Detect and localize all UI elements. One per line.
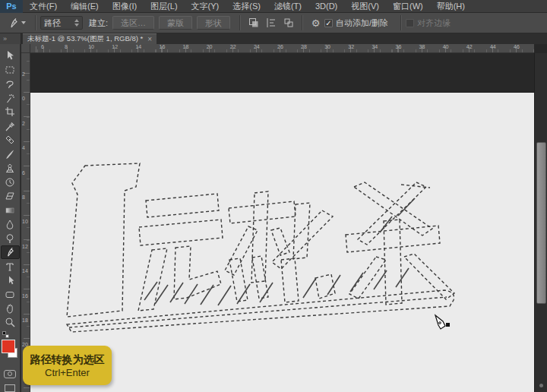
make-label: 建立: <box>89 17 108 29</box>
menu-item[interactable]: 图像(I) <box>106 0 144 13</box>
separator <box>239 15 240 30</box>
ruler-number: 42 <box>466 44 473 49</box>
separator <box>302 15 302 30</box>
ants-swoosh-mid <box>69 297 447 327</box>
ants-sha-leg-left <box>349 257 386 299</box>
ruler-number: 36 <box>396 44 402 49</box>
ruler-number: 16 <box>22 293 28 299</box>
ants-sha-tip <box>401 185 430 188</box>
align-edges-checkbox[interactable] <box>406 19 414 27</box>
dodge-icon <box>5 233 15 244</box>
horizontal-ruler: 6810121416182022242628303234363840424446… <box>30 44 534 53</box>
menu-item[interactable]: 文件(F) <box>23 0 64 13</box>
ants-miao-shao-stem <box>293 203 310 259</box>
ruler-corner <box>21 44 30 53</box>
scrollbar-thumb[interactable] <box>536 142 546 304</box>
ruler-number: 18 <box>183 44 189 49</box>
document-tab[interactable]: 未标题-1 @ 53.7%(图层 1, RGB/8) * × <box>23 33 157 44</box>
menu-item[interactable]: 帮助(H) <box>430 0 472 13</box>
tooltip-text: 路径转换为选区 <box>30 352 105 366</box>
tool-mode-select[interactable]: 路径 <box>40 16 83 30</box>
vertical-ruler: 202468101214161820 <box>21 53 30 392</box>
make-shape-button[interactable]: 形状 <box>197 16 230 30</box>
clone-stamp-tool[interactable] <box>1 161 20 175</box>
ruler-number: 12 <box>22 244 28 249</box>
ruler-number: 10 <box>88 44 94 49</box>
gear-icon[interactable]: ⚙ <box>309 17 322 30</box>
tool-preset-picker[interactable] <box>0 17 30 29</box>
ants-miao-dot <box>271 228 289 255</box>
path-selection-tool[interactable] <box>1 273 20 287</box>
toolbox-collapse-toggle[interactable]: » <box>0 33 21 44</box>
ruler-number: 8 <box>65 44 68 49</box>
default-colors-icon-bg <box>5 334 9 338</box>
pen-tool[interactable] <box>1 245 20 260</box>
ants-miao-bar <box>229 201 296 223</box>
ruler-number: 44 <box>490 44 496 49</box>
auto-add-delete-checkbox[interactable]: ✓ <box>324 19 333 27</box>
ants-yuan-bar2 <box>139 220 223 245</box>
menu-item[interactable]: 选择(S) <box>226 0 267 13</box>
menu-item[interactable]: 窗口(W) <box>386 0 430 13</box>
marquee-icon <box>5 65 15 75</box>
ruler-number: 38 <box>419 44 425 49</box>
brush-icon <box>5 149 15 160</box>
ants-sha-cross-a <box>354 182 432 236</box>
path-operations-icon[interactable] <box>247 17 260 30</box>
menu-item[interactable]: 3D(D) <box>308 0 344 13</box>
shape-tool[interactable] <box>1 287 20 301</box>
path-align-icon[interactable] <box>264 17 277 30</box>
path-selection-icon <box>5 275 15 286</box>
brush-tool[interactable] <box>1 147 20 160</box>
magic-wand-icon <box>5 93 15 103</box>
ruler-number: 14 <box>135 44 141 49</box>
menu-item[interactable]: 文字(Y) <box>185 0 226 13</box>
type-tool[interactable] <box>1 259 20 273</box>
quick-mask-button[interactable] <box>4 370 16 379</box>
ants-descender-1 <box>229 258 248 302</box>
make-mask-button[interactable]: 蒙版 <box>159 16 192 30</box>
eraser-tool[interactable] <box>1 189 20 203</box>
menu-item[interactable]: 编辑(E) <box>64 0 106 13</box>
move-tool[interactable] <box>1 49 20 62</box>
screen-mode-button[interactable] <box>5 384 15 392</box>
eyedropper-icon <box>5 121 15 131</box>
healing-brush-tool[interactable] <box>1 133 20 147</box>
gradient-tool[interactable] <box>1 203 20 217</box>
ants-sha-leg-right <box>404 254 454 299</box>
document-tab-title: 未标题-1 @ 53.7%(图层 1, RGB/8) * <box>27 34 143 44</box>
stepper-icon <box>74 19 79 27</box>
close-icon[interactable]: × <box>147 36 152 43</box>
eyedropper-tool[interactable] <box>1 119 20 132</box>
tool-options-bar: 路径 建立: 选区… 蒙版 形状 ⚙ ✓ 自动添加/删除 对齐边缘 <box>0 13 547 33</box>
ruler-number: 34 <box>372 44 378 49</box>
ruler-number: 46 <box>514 44 520 49</box>
pen-icon <box>8 17 19 29</box>
lasso-tool[interactable] <box>1 77 20 90</box>
foreground-color-swatch[interactable] <box>2 340 15 353</box>
make-selection-button[interactable]: 选区… <box>112 16 154 30</box>
crop-tool[interactable] <box>1 105 20 119</box>
menu-item[interactable]: 视图(V) <box>344 0 386 13</box>
photoshop-logo: Ps <box>0 0 23 13</box>
blur-tool[interactable] <box>1 217 20 231</box>
marquee-tool[interactable] <box>1 62 20 76</box>
ruler-number: 24 <box>254 44 260 49</box>
ants-yuan-leg-right <box>174 246 221 299</box>
canvas[interactable] <box>30 53 534 392</box>
clone-stamp-icon <box>5 163 15 173</box>
zoom-tool[interactable] <box>1 315 20 329</box>
menu-item[interactable]: 滤镜(T) <box>267 0 308 13</box>
ants-yuan-bar1 <box>146 194 219 217</box>
magic-wand-tool[interactable] <box>1 90 20 104</box>
vertical-scrollbar[interactable] <box>534 53 547 392</box>
path-arrange-icon[interactable] <box>282 17 295 30</box>
history-brush-tool[interactable] <box>1 175 20 188</box>
ruler-number: 40 <box>443 44 449 49</box>
tool-mode-value: 路径 <box>44 17 61 29</box>
ruler-number: 0 <box>22 96 25 101</box>
dodge-tool[interactable] <box>1 231 20 245</box>
ants-miao-shao-sweep <box>272 210 333 269</box>
menu-item[interactable]: 图层(L) <box>144 0 184 13</box>
hand-tool[interactable] <box>1 302 20 315</box>
